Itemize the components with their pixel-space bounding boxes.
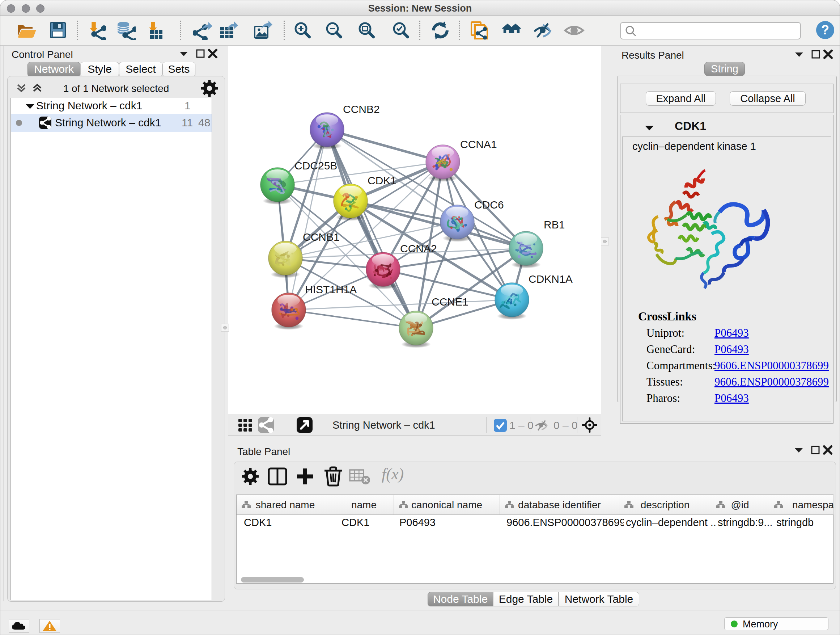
svg-text:CCNB2: CCNB2: [343, 103, 380, 115]
svg-text:HIST1H1A: HIST1H1A: [305, 283, 357, 295]
svg-text:CDC25B: CDC25B: [294, 160, 337, 172]
svg-text:RB1: RB1: [544, 219, 565, 231]
svg-text:CCNA1: CCNA1: [460, 138, 497, 150]
svg-text:CDKN1A: CDKN1A: [529, 273, 573, 285]
svg-text:?: ?: [821, 22, 829, 37]
svg-text:CDC6: CDC6: [474, 199, 504, 211]
svg-text:CCNA2: CCNA2: [400, 242, 437, 255]
svg-text:CDK1: CDK1: [368, 174, 396, 187]
svg-text:CCNE1: CCNE1: [431, 296, 469, 308]
svg-text:CCNB1: CCNB1: [303, 231, 340, 243]
